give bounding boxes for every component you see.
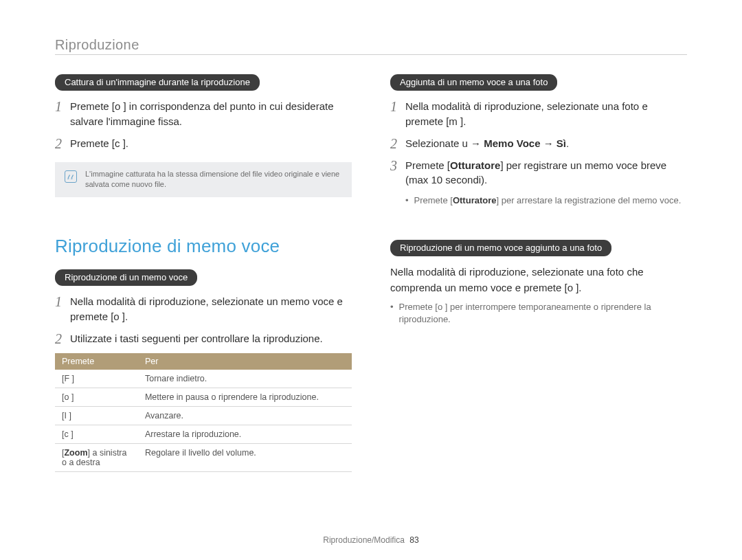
step-text: Premete [c ]. — [70, 136, 352, 151]
table-cell: Regolare il livello del volume. — [138, 443, 352, 471]
step-item: 2 Utilizzate i tasti seguenti per contro… — [55, 331, 352, 346]
page-footer: Riproduzione/Modiﬁca 83 — [0, 535, 742, 545]
info-note: L'immagine catturata ha la stessa dimens… — [55, 162, 352, 198]
step-item: 2 Premete [c ]. — [55, 136, 352, 151]
section-header: Riproduzione — [55, 37, 687, 53]
step-number: 1 — [390, 99, 405, 114]
step-item: 1 Premete [o ] in corrispondenza del pun… — [55, 99, 352, 129]
table-row: [o ] Mettere in pausa o riprendere la ri… — [55, 388, 352, 406]
two-column-layout: Cattura di un'immagine durante la riprod… — [55, 74, 687, 472]
pill-capture-image: Cattura di un'immagine durante la riprod… — [55, 74, 260, 91]
pill-play-memo: Riproduzione di un memo voce — [55, 269, 197, 286]
footer-breadcrumb: Riproduzione/Modiﬁca — [323, 535, 405, 545]
table-row: [I ] Avanzare. — [55, 406, 352, 425]
step-text: Nella modalità di riproduzione, selezion… — [405, 99, 687, 129]
step-number: 1 — [55, 99, 70, 114]
section-heading-memo: Riproduzione di memo voce — [55, 236, 352, 257]
table-cell: [F ] — [55, 370, 138, 388]
step-text: Utilizzate i tasti seguenti per controll… — [70, 331, 352, 346]
step-number: 3 — [390, 158, 405, 173]
pill-play-attached-memo: Riproduzione di un memo voce aggiunto a … — [390, 240, 611, 256]
step-item: 2 Selezionate u → Memo Voce → Sì. — [390, 136, 687, 151]
table-cell: Mettere in pausa o riprendere la riprodu… — [138, 388, 352, 406]
left-column: Cattura di un'immagine durante la riprod… — [55, 74, 352, 472]
step-item: 3 Premete [Otturatore] per registrare un… — [390, 158, 687, 188]
key-table: Premete Per [F ] Tornare indietro. [o ] … — [55, 353, 352, 472]
table-header: Premete — [55, 353, 138, 370]
note-text: L'immagine catturata ha la stessa dimens… — [85, 169, 342, 191]
table-cell: Avanzare. — [138, 406, 352, 425]
table-header: Per — [138, 353, 352, 370]
step-text: Premete [o ] in corrispondenza del punto… — [70, 99, 352, 129]
right-column: Aggiunta di un memo voce a una foto 1 Ne… — [390, 74, 687, 472]
step-number: 2 — [390, 136, 405, 151]
sub-bullet: • Premete [Otturatore] per arrestare la … — [405, 194, 687, 207]
body-paragraph: Nella modalità di riproduzione, selezion… — [390, 265, 687, 295]
step-text: Premete [Otturatore] per registrare un m… — [405, 158, 687, 188]
step-text: Selezionate u → Memo Voce → Sì. — [405, 136, 687, 151]
step-item: 1 Nella modalità di riproduzione, selezi… — [55, 294, 352, 324]
header-rule — [55, 54, 687, 55]
step-number: 2 — [55, 136, 70, 151]
table-cell: Tornare indietro. — [138, 370, 352, 388]
table-cell: [o ] — [55, 388, 138, 406]
sub-bullet: • Premete [o ] per interrompere temporan… — [390, 301, 687, 326]
bullet-icon: • — [390, 301, 394, 326]
table-row: [F ] Tornare indietro. — [55, 370, 352, 388]
pill-add-memo: Aggiunta di un memo voce a una foto — [390, 74, 557, 91]
note-icon — [65, 170, 77, 183]
table-cell: [c ] — [55, 425, 138, 443]
step-text: Nella modalità di riproduzione, selezion… — [70, 294, 352, 324]
table-cell: [Zoom] a sinistra o a destra — [55, 443, 138, 471]
table-cell: [I ] — [55, 406, 138, 425]
table-cell: Arrestare la riproduzione. — [138, 425, 352, 443]
page-number: 83 — [409, 535, 418, 545]
table-row: [c ] Arrestare la riproduzione. — [55, 425, 352, 443]
step-item: 1 Nella modalità di riproduzione, selezi… — [390, 99, 687, 129]
step-number: 2 — [55, 331, 70, 346]
step-number: 1 — [55, 294, 70, 309]
bullet-icon: • — [405, 194, 409, 207]
table-row: [Zoom] a sinistra o a destra Regolare il… — [55, 443, 352, 471]
